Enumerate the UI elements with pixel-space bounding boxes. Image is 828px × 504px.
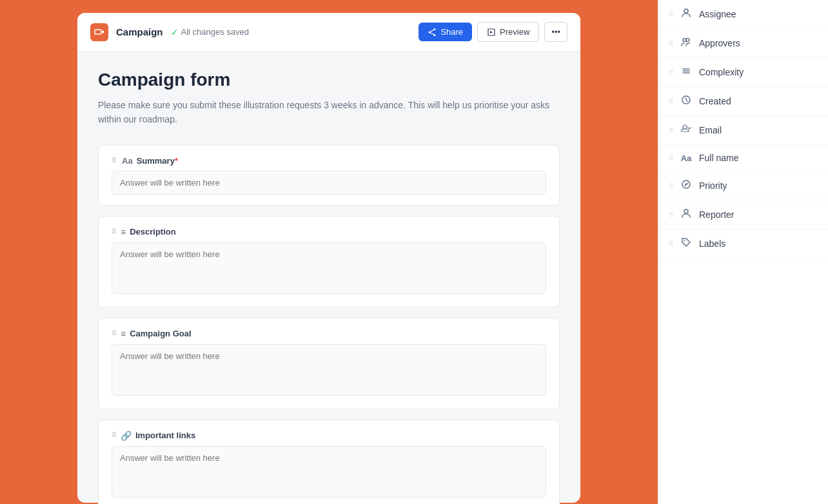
summary-input[interactable] xyxy=(112,171,546,195)
header-actions: Share Preview ••• xyxy=(419,22,567,42)
sidebar: ⠿ Assignee ⠿ Approvers ⠿ xyxy=(658,0,828,504)
saved-status: All changes saved xyxy=(181,27,250,37)
email-icon xyxy=(680,124,693,137)
sidebar-item-priority[interactable]: ⠿ Priority xyxy=(658,171,828,200)
campaign-name: Campaign xyxy=(116,26,163,37)
fullname-icon: Aa xyxy=(680,153,693,163)
summary-icon: Aa xyxy=(122,156,133,166)
goal-input[interactable] xyxy=(112,344,546,396)
sidebar-item-labels[interactable]: ⠿ Labels xyxy=(658,229,828,258)
links-label: Important links xyxy=(135,431,195,440)
sidebar-item-email[interactable]: ⠿ Email xyxy=(658,116,828,145)
svg-point-8 xyxy=(686,39,689,42)
drag-dots-description: ⠿ xyxy=(112,228,117,236)
approvers-label: Approvers xyxy=(699,38,740,48)
drag-handle-reporter: ⠿ xyxy=(669,211,673,218)
more-icon: ••• xyxy=(551,27,560,37)
priority-icon xyxy=(680,179,693,192)
field-block-summary: ⠿ Aa Summary* xyxy=(98,145,560,206)
svg-line-5 xyxy=(429,32,435,35)
field-block-goal: ⠿ ≡ Campaign Goal xyxy=(98,318,560,409)
svg-point-16 xyxy=(684,240,685,242)
drag-dots-links: ⠿ xyxy=(112,431,117,440)
share-label: Share xyxy=(440,27,463,37)
goal-label: Campaign Goal xyxy=(130,329,191,338)
drag-dots-goal: ⠿ xyxy=(112,329,117,338)
more-button[interactable]: ••• xyxy=(544,22,567,42)
svg-line-4 xyxy=(429,29,435,32)
form-title: Campaign form xyxy=(98,70,560,90)
svg-point-14 xyxy=(685,184,687,186)
field-block-outer-goal: ⠿ ≡ Campaign Goal xyxy=(98,318,560,409)
share-icon xyxy=(428,28,437,37)
drag-handle-email: ⠿ xyxy=(669,127,673,134)
share-button[interactable]: Share xyxy=(419,23,472,41)
goal-icon: ≡ xyxy=(121,329,126,339)
approvers-icon xyxy=(680,37,693,50)
preview-icon xyxy=(487,28,496,37)
drag-handle-approvers: ⠿ xyxy=(669,40,673,47)
sidebar-item-approvers[interactable]: ⠿ Approvers xyxy=(658,29,828,58)
assignee-icon xyxy=(680,8,693,21)
email-label: Email xyxy=(699,125,722,135)
field-block-outer-summary: ⠿ Aa Summary* xyxy=(98,145,560,206)
field-block-outer-links: ⠿ 🔗 Important links xyxy=(98,420,560,504)
drag-dots-summary: ⠿ xyxy=(112,157,117,165)
form-header-bar: Campaign ✓ All changes saved xyxy=(77,13,580,52)
fullname-label: Full name xyxy=(699,153,738,163)
links-input[interactable] xyxy=(112,446,546,498)
required-star: * xyxy=(175,156,178,166)
field-label-row-links: ⠿ 🔗 Important links xyxy=(112,431,546,441)
field-block-description: ⠿ ≡ Description xyxy=(98,216,560,307)
labels-icon xyxy=(680,237,693,250)
preview-button[interactable]: Preview xyxy=(477,22,539,42)
field-block-outer-description: ⠿ ≡ Description xyxy=(98,216,560,307)
form-description: Please make sure you submit these illust… xyxy=(98,98,560,127)
sidebar-item-reporter[interactable]: ⠿ Reporter xyxy=(658,200,828,229)
sidebar-item-assignee[interactable]: ⠿ Assignee xyxy=(658,0,828,29)
main-area: Campaign ✓ All changes saved xyxy=(0,0,658,504)
drag-handle-complexity: ⠿ xyxy=(669,69,673,76)
sidebar-item-fullname[interactable]: ⠿ Aa Full name xyxy=(658,145,828,171)
main-scroll: Campaign ✓ All changes saved xyxy=(0,0,658,504)
drag-handle-labels: ⠿ xyxy=(669,240,673,247)
labels-label: Labels xyxy=(699,238,725,249)
reporter-icon xyxy=(680,208,693,221)
check-icon: ✓ xyxy=(171,27,179,37)
complexity-icon xyxy=(680,66,693,79)
assignee-label: Assignee xyxy=(699,9,736,19)
description-input[interactable] xyxy=(112,242,546,294)
summary-label: Summary* xyxy=(137,156,178,166)
links-icon: 🔗 xyxy=(121,431,132,441)
complexity-label: Complexity xyxy=(699,67,744,77)
campaign-icon xyxy=(90,23,108,41)
field-label-row-description: ⠿ ≡ Description xyxy=(112,227,546,237)
reporter-label: Reporter xyxy=(699,209,734,220)
field-block-links: ⠿ 🔗 Important links xyxy=(98,420,560,504)
description-icon: ≡ xyxy=(121,227,126,237)
sidebar-item-created[interactable]: ⠿ Created xyxy=(658,87,828,116)
field-label-row-summary: ⠿ Aa Summary* xyxy=(112,156,546,166)
saved-indicator: ✓ All changes saved xyxy=(171,27,411,37)
created-label: Created xyxy=(699,96,731,106)
drag-handle-assignee: ⠿ xyxy=(669,11,673,18)
svg-point-6 xyxy=(684,9,688,13)
drag-handle-fullname: ⠿ xyxy=(669,155,673,162)
drag-handle-priority: ⠿ xyxy=(669,182,673,189)
form-content: Campaign form Please make sure you submi… xyxy=(77,52,580,504)
svg-point-15 xyxy=(684,209,688,213)
sidebar-item-complexity[interactable]: ⠿ Complexity xyxy=(658,58,828,87)
field-label-row-goal: ⠿ ≡ Campaign Goal xyxy=(112,329,546,339)
form-container: Campaign ✓ All changes saved xyxy=(77,13,580,503)
preview-label: Preview xyxy=(500,27,529,37)
description-label: Description xyxy=(130,227,176,237)
priority-label: Priority xyxy=(699,180,727,191)
svg-rect-0 xyxy=(95,30,101,34)
drag-handle-created: ⠿ xyxy=(669,98,673,105)
created-icon xyxy=(680,95,693,108)
